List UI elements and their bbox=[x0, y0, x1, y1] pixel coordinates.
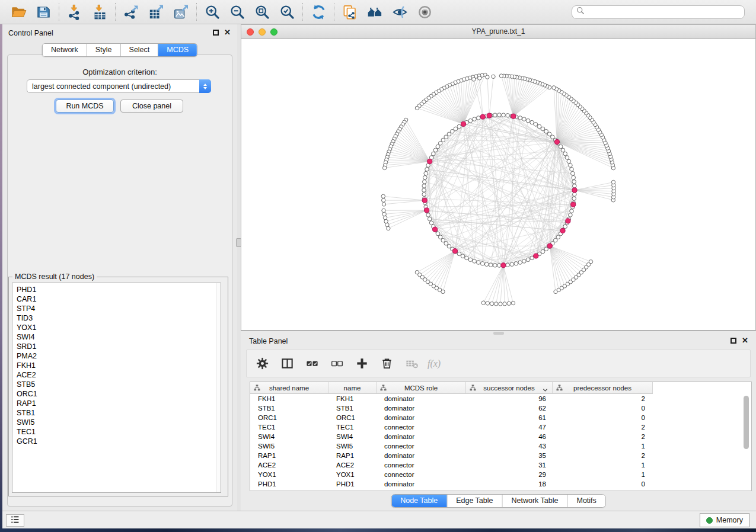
delete-columns-button[interactable] bbox=[379, 356, 394, 371]
table-row[interactable]: FKH1FKH1dominator962 bbox=[250, 394, 751, 403]
float-table-panel-icon[interactable] bbox=[731, 338, 736, 344]
open-file-button[interactable] bbox=[6, 1, 31, 23]
table-row[interactable]: STB1STB1dominator620 bbox=[250, 403, 751, 413]
new-network-view-button[interactable] bbox=[337, 1, 362, 23]
network-graph[interactable] bbox=[241, 39, 755, 330]
tab-style[interactable]: Style bbox=[87, 44, 121, 56]
export-table-button[interactable] bbox=[143, 1, 168, 23]
select-all-columns-icon bbox=[305, 357, 319, 370]
network-window-titlebar[interactable]: YPA_prune.txt_1 bbox=[241, 25, 755, 39]
mcds-result-item[interactable]: TID3 bbox=[12, 313, 221, 323]
table-row[interactable]: PHD1PHD1dominator180 bbox=[250, 479, 751, 489]
search-input[interactable] bbox=[585, 7, 744, 17]
unselect-all-columns-icon bbox=[330, 357, 344, 370]
close-panel-button[interactable]: Close panel bbox=[120, 100, 183, 113]
mcds-result-item[interactable]: SRD1 bbox=[12, 342, 221, 351]
mcds-result-item[interactable]: STB1 bbox=[12, 408, 221, 418]
cytoscape-app-window: Control Panel ✕ NetworkStyleSelectMCDS O… bbox=[0, 0, 756, 532]
table-row[interactable]: SWI4SWI4dominator462 bbox=[250, 432, 751, 441]
add-column-button[interactable] bbox=[354, 356, 369, 371]
table-row[interactable]: ACE2ACE2connector311 bbox=[250, 460, 751, 470]
import-network-button[interactable] bbox=[62, 1, 87, 23]
table-row[interactable]: RAP1RAP1dominator352 bbox=[250, 451, 751, 460]
dropdown-stepper-icon[interactable] bbox=[199, 79, 211, 93]
import-table-icon bbox=[92, 4, 108, 20]
result-list-scrollbar[interactable] bbox=[216, 283, 221, 492]
houses-button[interactable] bbox=[362, 1, 387, 23]
mcds-result-item[interactable]: PHD1 bbox=[12, 285, 221, 294]
toolbar-separator bbox=[115, 3, 116, 21]
zoom-in-button[interactable] bbox=[200, 1, 225, 23]
mcds-result-item[interactable]: FKH1 bbox=[12, 361, 221, 370]
close-window-traffic-light[interactable] bbox=[247, 28, 254, 36]
float-panel-icon[interactable] bbox=[213, 30, 219, 36]
mcds-result-item[interactable]: STP4 bbox=[12, 304, 221, 313]
zoom-fit-icon bbox=[254, 4, 270, 20]
mcds-result-item[interactable]: CAR1 bbox=[12, 294, 221, 304]
column-type-hierarchy-icon bbox=[470, 384, 476, 392]
tab-network-table[interactable]: Network Table bbox=[503, 495, 568, 507]
tab-mcds[interactable]: MCDS bbox=[158, 44, 197, 56]
column-header-name[interactable]: name bbox=[328, 382, 377, 394]
run-mcds-button[interactable]: Run MCDS bbox=[56, 100, 114, 113]
node-table[interactable]: shared namenameMCDS rolesuccessor nodesp… bbox=[250, 382, 752, 491]
table-panel-splitter-handle[interactable] bbox=[493, 332, 504, 335]
export-image-button[interactable] bbox=[168, 1, 193, 23]
search-field[interactable] bbox=[572, 5, 745, 19]
memory-button[interactable]: Memory bbox=[700, 513, 749, 527]
table-row[interactable]: TEC1TEC1connector472 bbox=[250, 422, 751, 432]
export-network-button[interactable] bbox=[119, 1, 143, 23]
save-session-button[interactable] bbox=[31, 1, 56, 23]
tab-motifs[interactable]: Motifs bbox=[567, 495, 605, 507]
import-table-button[interactable] bbox=[87, 1, 112, 23]
mcds-result-item[interactable]: ACE2 bbox=[12, 370, 221, 380]
minimize-window-traffic-light[interactable] bbox=[259, 28, 266, 36]
memory-status-dot-icon bbox=[706, 517, 713, 524]
mcds-result-item[interactable]: ORC1 bbox=[12, 389, 221, 399]
network-canvas[interactable] bbox=[241, 39, 755, 330]
column-header-MCDS-role[interactable]: MCDS role bbox=[377, 382, 466, 394]
mcds-result-item[interactable]: RAP1 bbox=[12, 399, 221, 408]
sort-desc-icon bbox=[543, 386, 548, 393]
tab-node-table[interactable]: Node Table bbox=[391, 495, 447, 507]
refresh-button[interactable] bbox=[306, 1, 331, 23]
mcds-result-item[interactable]: SWI4 bbox=[12, 332, 221, 342]
cell-successor-nodes: 31 bbox=[466, 460, 553, 470]
maximize-window-traffic-light[interactable] bbox=[270, 28, 277, 36]
close-panel-icon[interactable]: ✕ bbox=[224, 29, 231, 36]
column-header-predecessor-nodes[interactable]: predecessor nodes bbox=[553, 382, 653, 394]
cell-shared-name: SWI4 bbox=[250, 432, 328, 441]
tab-network[interactable]: Network bbox=[43, 44, 87, 56]
select-all-columns-button[interactable] bbox=[304, 356, 320, 371]
zoom-out-button[interactable] bbox=[225, 1, 250, 23]
table-scrollbar-thumb[interactable] bbox=[744, 396, 749, 449]
close-table-panel-icon[interactable]: ✕ bbox=[742, 337, 748, 344]
mcds-result-item[interactable]: TEC1 bbox=[12, 427, 221, 437]
mcds-result-item[interactable]: STB5 bbox=[12, 380, 221, 389]
zoom-fit-button[interactable] bbox=[250, 1, 275, 23]
mcds-result-item[interactable]: YOX1 bbox=[12, 323, 221, 332]
mcds-result-list[interactable]: PHD1CAR1STP4TID3YOX1SWI4SRD1PMA2FKH1ACE2… bbox=[12, 283, 221, 493]
toolbar-separator bbox=[196, 3, 197, 21]
table-settings-gear-button[interactable] bbox=[254, 356, 270, 371]
hide-graphics-details-button[interactable] bbox=[387, 1, 412, 23]
table-row[interactable]: SWI5SWI5connector431 bbox=[250, 441, 751, 451]
column-header-shared-name[interactable]: shared name bbox=[250, 382, 328, 394]
tab-edge-table[interactable]: Edge Table bbox=[447, 495, 502, 507]
column-label: predecessor nodes bbox=[573, 384, 631, 392]
zoom-selected-button[interactable] bbox=[275, 1, 299, 23]
panel-splitter-handle[interactable] bbox=[236, 238, 241, 247]
mcds-result-item[interactable]: PMA2 bbox=[12, 351, 221, 361]
optimization-criterion-select[interactable]: largest connected component (undirected) bbox=[27, 79, 211, 93]
show-columns-button[interactable] bbox=[279, 356, 295, 371]
unselect-all-columns-button[interactable] bbox=[329, 356, 344, 371]
level-of-detail-eye-button[interactable] bbox=[412, 1, 437, 23]
table-row[interactable]: YOX1YOX1connector291 bbox=[250, 470, 751, 479]
mcds-result-item[interactable]: SWI5 bbox=[12, 418, 221, 427]
mcds-result-item[interactable]: GCR1 bbox=[12, 437, 221, 446]
task-history-button[interactable] bbox=[6, 514, 24, 527]
table-row[interactable]: ORC1ORC1dominator610 bbox=[250, 413, 751, 422]
column-header-successor-nodes[interactable]: successor nodes bbox=[466, 382, 553, 394]
toolbar-separator bbox=[334, 3, 334, 21]
tab-select[interactable]: Select bbox=[121, 44, 159, 56]
